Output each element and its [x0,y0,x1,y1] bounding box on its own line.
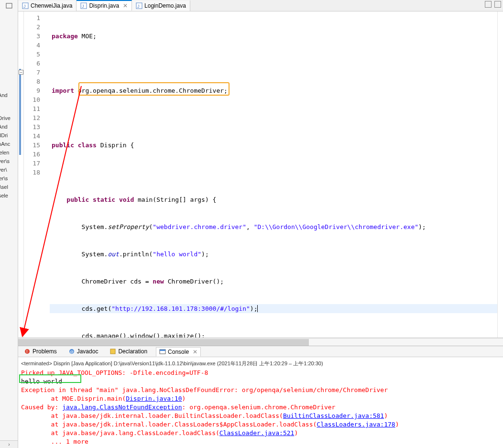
console-line: ... 1 more [21,437,500,446]
package-explorer-strip[interactable]: nAnd dDrive nAnd ndDri onAnc \selen rive… [0,0,18,448]
java-file-icon: J [22,2,29,9]
truncated-tree-labels: nAnd dDrive nAnd ndDri onAnc \selen rive… [0,91,11,200]
tab-javadoc[interactable]: @ Javadoc [66,347,101,356]
console-line: at java.base/jdk.internal.loader.ClassLo… [21,420,500,429]
problems-icon: ! [24,348,31,355]
java-file-icon: J [80,2,87,9]
tab-console[interactable]: Console ✕ [156,347,201,357]
code-area[interactable]: package MOE; import org.openqa.selenium.… [50,11,497,338]
change-marker-bar [18,11,24,338]
stack-trace-link[interactable]: ClassLoaders.java:178 [317,421,395,428]
console-icon [159,349,166,355]
tab-chenweijia[interactable]: J ChenweiJia.java [18,0,77,11]
svg-text:@: @ [70,350,74,354]
tab-logindemo[interactable]: J LoginDemo.java [132,0,190,11]
stack-trace-link[interactable]: ClassLoader.java:521 [219,429,295,437]
tab-disprin[interactable]: J Disprin.java ✕ [77,0,132,11]
console-line: at java.base/jdk.internal.loader.Builtin… [21,412,500,420]
minimize-view-icon[interactable] [485,1,492,8]
console-line: Exception in thread "main" java.lang.NoC… [21,386,500,394]
svg-text:J: J [23,4,26,9]
java-file-icon: J [136,2,142,9]
overview-ruler[interactable] [497,11,503,338]
svg-text:J: J [137,4,140,9]
declaration-icon [109,348,116,355]
tab-label: ChenweiJia.java [31,2,72,9]
maximize-view-icon[interactable] [494,1,501,8]
tab-label: Disprin.java [89,2,119,9]
console-line: Picked up JAVA_TOOL_OPTIONS: -Dfile.enco… [21,369,500,377]
left-scrollbar[interactable]: › [0,440,18,448]
console-view[interactable]: <terminated> Disprin [Java Application] … [18,357,503,448]
editor-tab-bar: J ChenweiJia.java J Disprin.java ✕ J Log… [18,0,503,11]
fold-icon[interactable]: − [19,70,23,75]
javadoc-icon: @ [68,348,75,355]
close-icon[interactable]: ✕ [193,349,197,355]
svg-text:J: J [82,4,84,9]
stack-trace-link[interactable]: Disprin.java:10 [126,395,182,402]
svg-rect-13 [160,350,165,351]
console-line: at MOE.Disprin.main(Disprin.java:10) [21,394,500,403]
stack-trace-link[interactable]: BuiltinClassLoader.java:581 [283,412,384,419]
line-number-gutter: 1 2 3 4 5 6 −7 8 9 10 11 12 13 14 15 16 … [24,11,43,338]
console-line-hello: hello world [21,377,500,386]
tab-problems[interactable]: ! Problems [21,347,60,356]
console-status: <terminated> Disprin [Java Application] … [21,359,500,369]
svg-rect-0 [6,3,12,8]
close-icon[interactable]: ✕ [123,2,128,9]
tab-declaration[interactable]: Declaration [107,347,150,356]
bottom-view-tabs: ! Problems @ Javadoc Declaration Console… [18,346,503,357]
console-line: Caused by: java.lang.ClassNotFoundExcept… [21,403,500,412]
restore-view-icon[interactable] [5,2,13,10]
svg-rect-11 [110,349,115,354]
editor-horizontal-scrollbar[interactable] [18,338,503,346]
svg-text:!: ! [26,349,28,354]
code-editor[interactable]: 1 2 3 4 5 6 −7 8 9 10 11 12 13 14 15 16 … [18,11,503,338]
stack-trace-link[interactable]: java.lang.ClassNotFoundException [62,404,182,411]
tab-label: LoginDemo.java [144,2,186,9]
console-line: at java.base/java.lang.ClassLoader.loadC… [21,429,500,437]
